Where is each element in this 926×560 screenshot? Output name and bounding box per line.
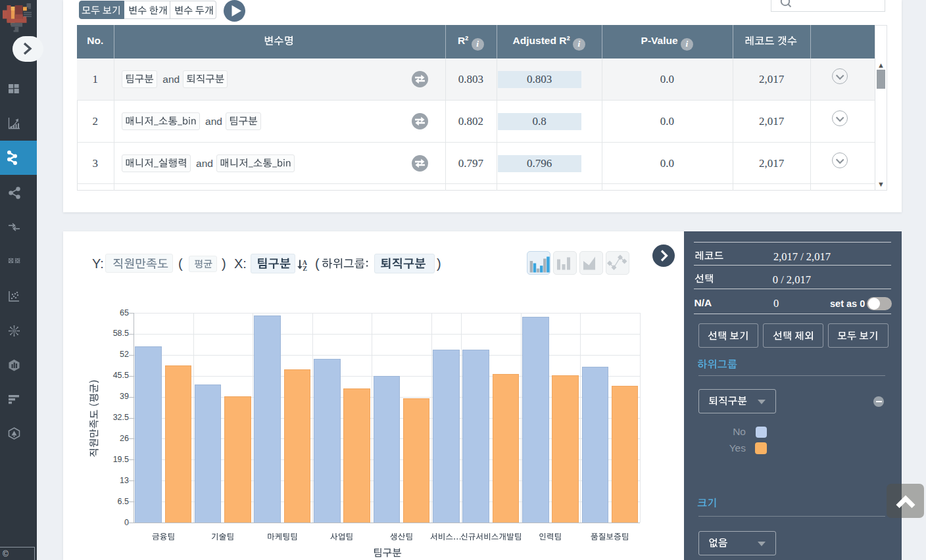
svg-text:Z: Z <box>303 265 307 272</box>
